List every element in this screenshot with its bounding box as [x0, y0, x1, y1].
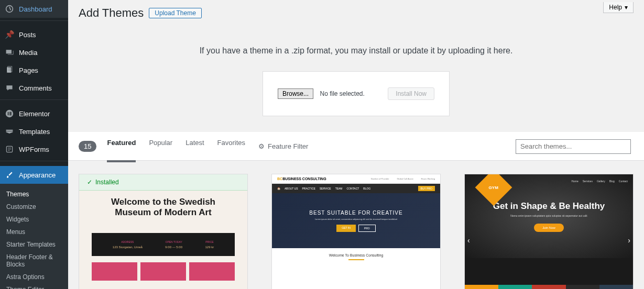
svg-rect-8	[9, 115, 12, 116]
feature-filter[interactable]: ⚙ Feature Filter	[258, 142, 308, 150]
browse-button[interactable]: Browse...	[278, 88, 313, 99]
submenu-theme-editor[interactable]: Theme Editor	[0, 283, 68, 289]
sidebar-label: WPForms	[19, 146, 49, 153]
comment-icon	[4, 83, 15, 93]
prev-arrow-icon: ‹	[465, 236, 473, 244]
sidebar-label: Templates	[19, 128, 50, 136]
theme-preview: BCBUSINESS CONSULTING Number of Provider…	[272, 174, 440, 282]
sidebar-label: Elementor	[19, 110, 50, 118]
submenu-customize[interactable]: Customize	[0, 201, 68, 213]
gear-icon: ⚙	[258, 142, 265, 150]
submenu-header-footer[interactable]: Header Footer & Blocks	[0, 251, 68, 271]
installed-badge: ✓ Installed	[79, 174, 247, 191]
upload-box: Browse... No file selected. Install Now	[263, 71, 450, 116]
sidebar-item-elementor[interactable]: Elementor	[0, 105, 68, 123]
sidebar-label: Pages	[19, 66, 38, 74]
install-now-button[interactable]: Install Now	[388, 87, 434, 100]
sidebar-item-appearance[interactable]: Appearance	[0, 166, 68, 184]
sidebar-label: Posts	[19, 31, 36, 39]
sidebar-label: Comments	[19, 84, 52, 92]
sidebar-item-posts[interactable]: 📌 Posts	[0, 26, 68, 43]
upload-panel: If you have a theme in a .zip format, yo…	[79, 25, 634, 132]
chevron-down-icon: ▾	[625, 4, 628, 11]
templates-icon	[4, 126, 15, 137]
svg-rect-6	[9, 112, 12, 113]
submenu-menus[interactable]: Menus	[0, 226, 68, 238]
theme-preview: Welcome to the Swedish Museum of Modern …	[79, 191, 247, 289]
dashboard-icon	[4, 4, 15, 14]
svg-point-0	[6, 6, 13, 13]
theme-grid: ✓ Installed Welcome to the Swedish Museu…	[79, 161, 634, 289]
appearance-submenu: Themes Customize Widgets Menus Starter T…	[0, 184, 68, 289]
upload-theme-button[interactable]: Upload Theme	[149, 8, 202, 18]
upload-message: If you have a theme in a .zip format, yo…	[79, 46, 634, 55]
sidebar-item-wpforms[interactable]: WPForms	[0, 140, 68, 158]
sidebar-item-media[interactable]: Media	[0, 43, 68, 61]
theme-card[interactable]: ✓ Installed Welcome to the Swedish Museu…	[79, 174, 248, 289]
submenu-starter-templates[interactable]: Starter Templates	[0, 238, 68, 251]
theme-preview: Get in Shape & Be Healthy Nemo enim ipsa…	[465, 174, 633, 289]
submenu-astra-options[interactable]: Astra Options	[0, 271, 68, 283]
page-icon	[4, 65, 15, 75]
tab-featured[interactable]: Featured	[107, 139, 136, 162]
file-status: No file selected.	[320, 90, 364, 97]
elementor-icon	[4, 108, 15, 119]
svg-rect-7	[9, 113, 12, 114]
theme-count: 15	[79, 141, 96, 152]
wpforms-icon	[4, 144, 15, 154]
media-icon	[4, 47, 15, 58]
sidebar-item-pages[interactable]: Pages	[0, 61, 68, 79]
admin-sidebar: Dashboard 📌 Posts Media Pages Comments E…	[0, 0, 68, 289]
next-arrow-icon: ›	[625, 236, 633, 244]
submenu-widgets[interactable]: Widgets	[0, 213, 68, 226]
sidebar-label: Media	[19, 49, 37, 57]
sidebar-item-comments[interactable]: Comments	[0, 79, 68, 97]
theme-card[interactable]: BCBUSINESS CONSULTING Number of Provider…	[271, 174, 441, 289]
page-title: Add Themes	[79, 6, 144, 20]
check-icon: ✓	[87, 179, 92, 186]
theme-card[interactable]: Get in Shape & Be Healthy Nemo enim ipsa…	[464, 174, 634, 289]
sidebar-item-dashboard[interactable]: Dashboard	[0, 0, 68, 18]
sidebar-label: Dashboard	[19, 5, 52, 13]
pin-icon: 📌	[4, 29, 15, 40]
help-tab[interactable]: Help ▾	[603, 2, 634, 13]
tab-favorites[interactable]: Favorites	[217, 139, 245, 154]
brush-icon	[4, 170, 15, 180]
submenu-themes[interactable]: Themes	[0, 188, 68, 201]
sidebar-label: Appearance	[19, 171, 56, 179]
svg-rect-5	[8, 112, 9, 115]
filter-bar: 15 Featured Popular Latest Favorites ⚙ F…	[68, 132, 644, 161]
svg-rect-1	[6, 50, 12, 53]
search-themes-input[interactable]	[516, 139, 631, 154]
sidebar-item-templates[interactable]: Templates	[0, 123, 68, 140]
tab-popular[interactable]: Popular	[149, 139, 172, 154]
main-content: Help ▾ Add Themes Upload Theme If you ha…	[68, 0, 644, 289]
tab-latest[interactable]: Latest	[185, 139, 204, 154]
